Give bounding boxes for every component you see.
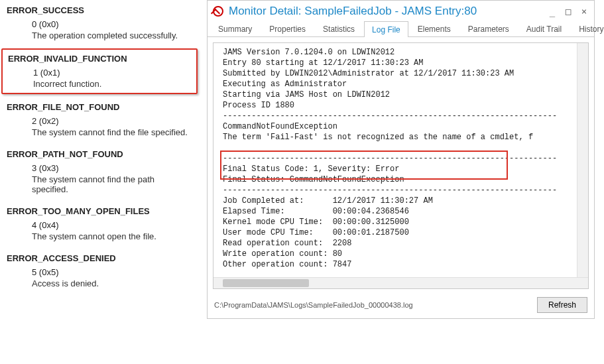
tab-statistics[interactable]: Statistics [315,21,363,36]
vertical-scrollbar[interactable] [577,43,588,278]
tab-elements[interactable]: Elements [410,21,459,36]
error-description: Incorrect function. [33,79,191,89]
error-code: 4 (0x4) [32,220,192,230]
tab-history[interactable]: History [571,21,604,36]
error-code: 0 (0x0) [32,19,192,29]
refresh-button[interactable]: Refresh [537,297,587,313]
error-block: ERROR_INVALID_FUNCTION1 (0x1)Incorrect f… [1,48,198,94]
error-block: ERROR_FILE_NOT_FOUND2 (0x2)The system ca… [7,102,192,137]
log-file-path: C:\ProgramData\JAMS\Logs\SampleFailedJob… [214,301,532,309]
titlebar[interactable]: Monitor Detail: SampleFailedJob - JAMS E… [208,1,594,21]
error-description: The system cannot open the file. [32,231,192,241]
error-code: 5 (0x5) [32,267,192,277]
error-title: ERROR_INVALID_FUNCTION [8,54,191,64]
error-description: The operation completed successfully. [32,30,192,40]
tab-strip: SummaryPropertiesStatisticsLog FileEleme… [208,21,594,37]
app-icon [213,6,223,17]
scroll-thumb[interactable] [223,279,309,287]
error-code: 2 (0x2) [32,116,192,126]
error-block: ERROR_PATH_NOT_FOUND3 (0x3)The system ca… [7,149,192,194]
minimize-button[interactable]: _ [548,6,557,17]
horizontal-scrollbar[interactable] [213,277,588,288]
error-description: Access is denied. [32,278,192,288]
window-title: Monitor Detail: SampleFailedJob - JAMS E… [229,5,542,18]
error-title: ERROR_FILE_NOT_FOUND [7,102,192,112]
tab-properties[interactable]: Properties [261,21,314,36]
tab-parameters[interactable]: Parameters [460,21,517,36]
error-code: 1 (0x1) [33,68,191,78]
monitor-detail-dialog[interactable]: Monitor Detail: SampleFailedJob - JAMS E… [207,0,595,319]
maximize-button[interactable]: □ [564,6,573,17]
error-title: ERROR_TOO_MANY_OPEN_FILES [7,206,192,216]
error-block: ERROR_SUCCESS0 (0x0)The operation comple… [7,5,192,40]
tab-summary[interactable]: Summary [210,21,260,36]
error-block: ERROR_TOO_MANY_OPEN_FILES4 (0x4)The syst… [7,206,192,241]
error-code-list: ERROR_SUCCESS0 (0x0)The operation comple… [0,0,199,300]
error-code: 3 (0x3) [32,163,192,173]
error-title: ERROR_ACCESS_DENIED [7,253,192,263]
tab-audit-trail[interactable]: Audit Trail [518,21,570,36]
error-block: ERROR_ACCESS_DENIED5 (0x5)Access is deni… [7,253,192,288]
log-viewer[interactable]: JAMS Version 7.0.1204.0 on LDWIN2012 Ent… [213,42,589,289]
error-description: The system cannot find the path specifie… [32,174,192,194]
log-text: JAMS Version 7.0.1204.0 on LDWIN2012 Ent… [213,43,588,274]
tab-log-file[interactable]: Log File [364,21,408,37]
close-button[interactable]: × [579,6,589,17]
error-title: ERROR_PATH_NOT_FOUND [7,149,192,159]
dialog-footer: C:\ProgramData\JAMS\Logs\SampleFailedJob… [208,294,594,318]
error-title: ERROR_SUCCESS [7,5,192,15]
error-description: The system cannot find the file specifie… [32,127,192,137]
